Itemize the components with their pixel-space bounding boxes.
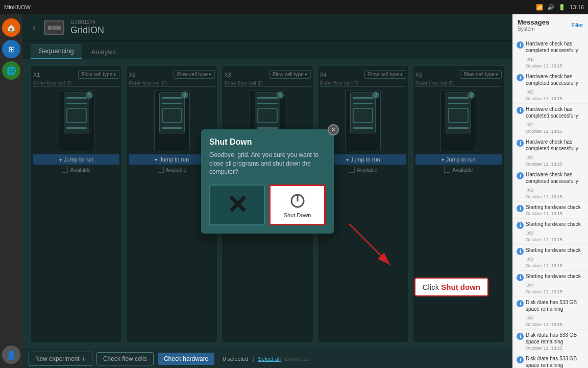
message-item-5: ℹ Starting hardware check October 11, 13… [512,202,588,219]
msg-badge-0: X1 [526,57,534,62]
msg-time-10: October 11, 13:15 [526,346,584,351]
msg-time-8: October 11, 13:15 [526,289,584,294]
msg-icon-6: ℹ [517,222,524,229]
cancel-x-icon: ✕ [227,192,248,218]
msg-text-5: Starting hardware check [526,204,584,211]
check-flow-cells-button[interactable]: Check flow cells [96,352,154,365]
msg-badge-7: X3 [526,257,534,262]
selected-count: 0 selected [223,356,248,362]
new-experiment-button[interactable]: New experiment + [29,352,92,366]
msg-text-11: Disk /data has 533 GB space remaining [526,355,584,368]
msg-text-9: Disk /data has 533 GB space remaining [526,299,584,312]
msg-icon-8: ℹ [517,274,524,281]
msg-text-7: Starting hardware check [526,247,584,254]
msg-icon-0: ℹ [517,41,524,49]
modal-overlay: × Shut Down Goodbye, grid. Are you sure … [22,14,512,349]
msg-content-8: Starting hardware check X4 October 11, 1… [526,273,584,294]
msg-icon-9: ℹ [517,300,524,307]
sidebar-icon-home[interactable]: 🏠 [2,18,20,37]
modal-close-button[interactable]: × [328,124,339,135]
app-name: MinKNOW [4,4,31,10]
msg-text-4: Hardware check has completed successfull… [526,171,584,185]
msg-badge-9: X4 [526,315,534,320]
plus-icon: + [82,355,86,363]
sidebar-icon-globe[interactable]: 🌐 [2,61,20,80]
msg-text-2: Hardware check has completed successfull… [526,106,584,119]
msg-content-10: Disk /data has 533 GB space remaining Oc… [526,332,584,351]
message-item-8: ℹ Starting hardware check X4 October 11,… [512,271,588,297]
left-sidebar: 🏠 ⊞ 🌐 👤 [0,14,22,368]
msg-badge-3: X4 [526,155,534,160]
modal-shutdown-button[interactable]: Shut Down [269,185,326,225]
bottom-bar: New experiment + Check flow cells Check … [22,349,512,368]
msg-content-5: Starting hardware check October 11, 13:1… [526,204,584,216]
filter-link[interactable]: Filter [572,22,583,28]
topbar-left: MinKNOW [4,4,31,10]
messages-header: Messages System Filter [512,14,588,36]
annotation-box: Click Shut down [414,278,488,296]
msg-time-2: October 11, 13:15 [526,129,584,134]
check-hardware-button[interactable]: Check hardware [158,353,214,365]
msg-text-0: Hardware check has completed successfull… [526,40,584,54]
msg-content-0: Hardware check has completed successfull… [526,40,584,68]
msg-icon-4: ℹ [517,172,524,179]
msg-icon-2: ℹ [517,107,524,114]
msg-content-7: Starting hardware check X3 October 11, 1… [526,247,584,268]
shutdown-modal: × Shut Down Goodbye, grid. Are you sure … [201,129,334,234]
msg-time-1: October 11, 13:15 [526,96,584,101]
right-panel: Messages System Filter ℹ Hardware check … [512,14,588,368]
message-item-6: ℹ Starting hardware check X5 October 11,… [512,219,588,245]
msg-text-1: Hardware check has completed successfull… [526,73,584,86]
msg-text-8: Starting hardware check [526,273,584,280]
message-item-9: ℹ Disk /data has 533 GB space remaining … [512,297,588,330]
msg-icon-1: ℹ [517,74,524,81]
msg-time-6: October 11, 13:15 [526,237,584,242]
msg-text-6: Starting hardware check [526,221,584,227]
messages-system: System [518,26,549,32]
modal-title: Shut Down [209,137,326,147]
wifi-icon: 📶 [536,4,543,11]
msg-badge-2: X2 [526,122,534,127]
messages-title: Messages [518,18,549,26]
msg-content-4: Hardware check has completed successfull… [526,171,584,199]
msg-icon-5: ℹ [517,205,524,212]
msg-time-5: October 11, 13:15 [526,211,584,216]
message-item-10: ℹ Disk /data has 533 GB space remaining … [512,330,588,353]
message-item-7: ℹ Starting hardware check X3 October 11,… [512,245,588,271]
msg-time-9: October 11, 13:15 [526,322,584,327]
message-list: ℹ Hardware check has completed successfu… [512,36,588,368]
msg-text-10: Disk /data has 533 GB space remaining [526,332,584,345]
msg-icon-11: ℹ [517,356,524,363]
battery-icon: 🔋 [558,4,566,11]
msg-content-2: Hardware check has completed successfull… [526,106,584,134]
modal-buttons: ✕ Shut Down [209,185,326,225]
msg-content-9: Disk /data has 533 GB space remaining X4… [526,299,584,327]
message-item-11: ℹ Disk /data has 533 GB space remaining … [512,353,588,368]
modal-cancel-button[interactable]: ✕ [209,185,265,225]
message-item-4: ℹ Hardware check has completed successfu… [512,169,588,202]
topbar-right: 📶 🔊 🔋 13:16 [536,4,584,11]
topbar: MinKNOW 📶 🔊 🔋 13:16 [0,0,588,14]
volume-icon: 🔊 [547,4,554,11]
msg-content-3: Hardware check has completed successfull… [526,139,584,167]
message-item-1: ℹ Hardware check has completed successfu… [512,71,588,104]
sidebar-icon-user[interactable]: 👤 [2,346,20,364]
msg-badge-4: X3 [526,188,534,193]
msg-time-7: October 11, 13:15 [526,263,584,268]
msg-content-11: Disk /data has 533 GB space remaining X3… [526,355,584,368]
modal-message: Goodbye, grid. Are you sure you want to … [209,151,326,176]
msg-content-6: Starting hardware check X5 October 11, 1… [526,221,584,242]
download-link: Download [285,356,310,362]
msg-icon-7: ℹ [517,248,524,255]
power-icon [288,192,307,210]
msg-icon-10: ℹ [517,333,524,340]
message-item-3: ℹ Hardware check has completed successfu… [512,136,588,169]
msg-text-3: Hardware check has completed successfull… [526,139,584,152]
clock: 13:16 [570,4,584,10]
sidebar-icon-grid[interactable]: ⊞ [2,40,20,58]
select-all-link[interactable]: Select all [258,356,281,362]
message-item-0: ℹ Hardware check has completed successfu… [512,38,588,71]
msg-badge-1: X5 [526,89,534,95]
msg-badge-6: X5 [526,231,534,236]
shutdown-label: Shut Down [284,212,311,218]
